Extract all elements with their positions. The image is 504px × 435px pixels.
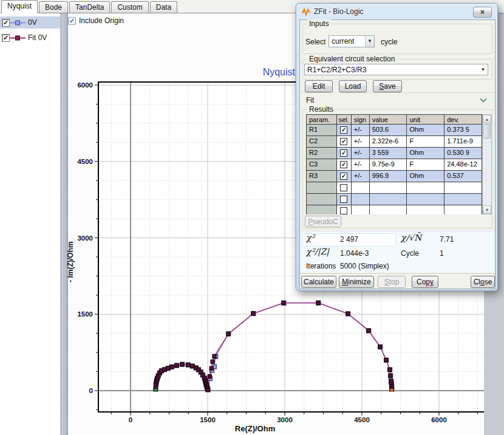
tab-bode[interactable]: Bode [39,1,68,13]
chevron-down-icon[interactable] [480,95,486,102]
calculate-button[interactable]: Calculate [301,276,336,288]
iterations-value: 5000 (Simplex) [340,262,389,270]
table-cell: 1.711e-9 [444,136,482,148]
close-button[interactable]: Close [471,276,495,288]
table-cell [444,182,482,194]
data-point[interactable] [206,388,210,392]
data-point[interactable] [226,332,230,336]
data-point[interactable] [166,366,170,370]
include-origin-checkbox[interactable]: ✓ Include Origin [68,16,124,25]
tab-nyquist[interactable]: Nyquist [1,0,38,13]
data-point[interactable] [282,301,285,304]
table-cell: dev. [444,114,482,125]
divider [300,273,495,275]
scroll-up-icon[interactable]: ▲ [483,115,491,123]
pseudoc-button[interactable]: PseudoC [305,216,341,227]
y-tick-label: 3000 [77,235,93,242]
y-axis-label: - Im(Z)/Ohm [66,213,75,310]
close-icon[interactable]: × [473,7,492,18]
table-cell [407,194,444,205]
chevron-down-icon[interactable]: ▼ [478,67,488,72]
table-row[interactable] [307,182,482,194]
x-tick-label: 1500 [200,416,216,423]
data-point[interactable] [316,301,320,304]
data-point[interactable] [208,375,211,378]
table-cell [307,182,337,194]
data-point[interactable] [175,364,179,368]
table-row[interactable] [307,194,482,205]
cycle-stat-value: 1 [440,249,444,258]
table-cell: 0.373 5 [444,125,482,136]
checkbox-check-icon[interactable]: ✓ [68,17,76,25]
param-select-checkbox[interactable]: ✓ [340,138,347,145]
chi2-value: 2 497 [340,235,358,244]
edit-button[interactable]: Edit [305,80,333,92]
table-cell: ✓ [337,125,352,136]
param-select-checkbox[interactable] [340,184,347,191]
x-tick-label: 6000 [431,416,447,423]
tab-tandelta[interactable]: TanDelta [69,1,110,13]
scroll-down-icon[interactable]: ▼ [483,205,491,214]
fit-expander[interactable]: Fit [301,92,494,106]
chart-title: Nyquist [219,67,295,78]
param-select-checkbox[interactable]: ✓ [340,161,347,168]
data-point[interactable] [388,368,392,371]
fit-expander-label: Fit [306,96,314,104]
table-row[interactable]: R2✓+/-3 559Ohm0.530 9 [307,148,482,159]
param-select-checkbox[interactable]: ✓ [340,126,347,134]
chevron-down-icon[interactable]: ▼ [365,36,374,47]
tab-custom[interactable]: Custom [111,1,148,13]
table-row[interactable]: C3✓+/-9.75e-9F24.48e-12 [307,159,482,171]
param-select-checkbox[interactable]: ✓ [340,149,347,157]
data-point[interactable] [211,360,214,363]
table-cell [352,205,370,214]
data-point[interactable] [389,374,392,377]
cycle-select-dropdown[interactable]: current ▼ [329,35,375,47]
table-cell: ✓ [337,136,352,148]
chi2-label: χ² [306,233,315,242]
circuit-group-label: Equivalent circuit selection [307,55,397,63]
table-cell: 0.530 9 [444,148,482,159]
load-button[interactable]: Load [339,80,367,92]
table-cell [307,205,337,214]
minimize-button[interactable]: Minimize [339,276,374,288]
data-point[interactable] [346,312,350,315]
table-row[interactable] [307,205,482,214]
table-row[interactable]: R3✓+/-996.9Ohm0.537 [307,171,482,182]
param-select-checkbox[interactable]: ✓ [340,173,347,180]
table-cell: R3 [307,171,337,182]
tab-data[interactable]: Data [150,1,177,13]
data-point[interactable] [170,365,174,369]
table-row[interactable]: C2✓+/-2.322e-6F1.711e-9 [307,136,482,148]
param-select-checkbox[interactable] [340,207,347,214]
stop-button[interactable]: Stop [378,276,406,288]
results-table: param.sel.signvalueunitdev.R1✓+/-503.6Oh… [306,114,482,214]
x-tick-label: 4500 [354,416,370,423]
param-select-checkbox[interactable] [340,196,347,203]
table-cell [337,205,352,214]
table-row[interactable]: R1✓+/-503.6Ohm0.373 5 [307,125,482,136]
data-point[interactable] [180,363,184,366]
data-point[interactable] [186,363,190,366]
circuit-dropdown[interactable]: R1+C2/R2+C3/R3 ▼ [304,64,488,75]
data-point[interactable] [384,358,388,362]
data-point[interactable] [367,329,370,332]
table-cell: ✓ [337,148,352,159]
scrollbar-thumb[interactable] [483,124,491,139]
data-point[interactable] [209,366,213,370]
table-cell: ✓ [337,171,352,182]
table-cell [337,182,352,194]
results-table-scrollbar[interactable]: ▲ ▼ [482,114,492,214]
table-cell: sel. [337,114,352,125]
data-point[interactable] [191,365,194,368]
data-point[interactable] [163,368,166,371]
data-point[interactable] [251,312,255,315]
copy-button[interactable]: Copy [412,276,438,288]
table-cell [370,194,407,205]
data-point[interactable] [213,354,216,358]
table-cell: C3 [307,159,337,171]
dialog-titlebar[interactable]: ZFit - Bio-Logic × [296,4,497,19]
save-button[interactable]: Save [373,80,402,92]
table-cell: F [407,159,444,171]
data-point[interactable] [378,345,382,349]
